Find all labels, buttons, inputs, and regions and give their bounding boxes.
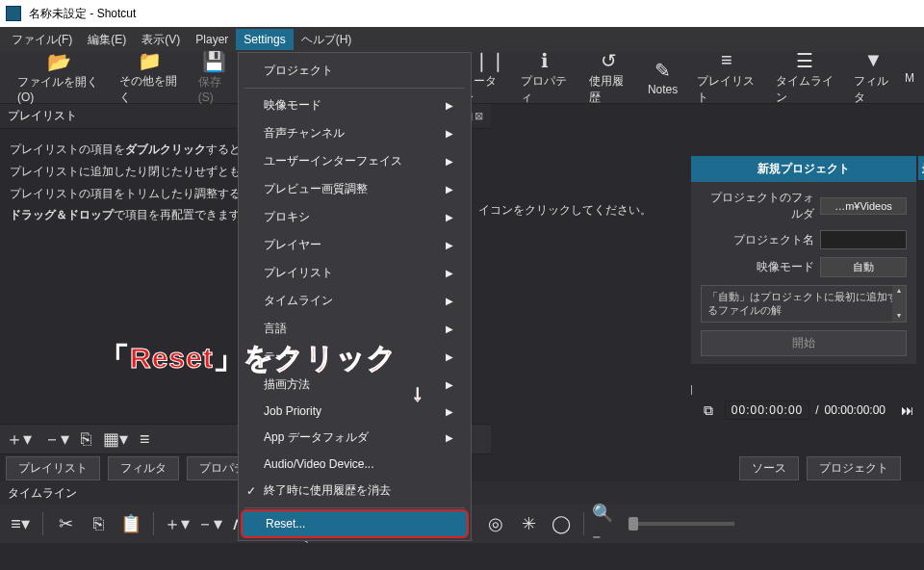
hint-tail: イコンをクリックしてください。: [478, 202, 652, 219]
submenu-arrow-icon: ▶: [446, 379, 453, 390]
timeline-menu-icon[interactable]: ≡▾: [6, 509, 35, 538]
ripple-all-icon[interactable]: ✳: [514, 509, 543, 538]
export-icon[interactable]: ⎘: [81, 429, 91, 450]
history-icon: ↺: [598, 50, 619, 71]
tool-open-other[interactable]: 📁 その他を開く: [110, 48, 188, 108]
menu-item-app-data[interactable]: App データフォルダ▶: [239, 424, 471, 452]
meter-icon: ❘❘❘: [471, 50, 492, 71]
tool-save[interactable]: 💾 保存(S): [189, 49, 241, 106]
pl-line1a: プレイリストの項目を: [10, 142, 125, 156]
tool-filter-label: フィルタ: [854, 73, 893, 106]
menu-item-proxy[interactable]: プロキシ▶: [239, 203, 471, 231]
tool-playlist-label: プレイリスト: [697, 73, 756, 106]
menu-item-job-priority[interactable]: Job Priority▶: [239, 399, 471, 424]
menu-help[interactable]: ヘルプ(H): [294, 28, 360, 52]
remove-icon[interactable]: －▾: [194, 509, 223, 538]
add-icon[interactable]: ＋▾: [6, 428, 32, 451]
start-button[interactable]: 開始: [701, 330, 907, 356]
menu-item-clear-on-exit[interactable]: 終了時に使用履歴を消去: [239, 477, 471, 505]
tool-playlist[interactable]: ≡ プレイリスト: [687, 48, 765, 108]
time-separator: /: [815, 403, 818, 417]
menu-settings[interactable]: Settings: [236, 29, 293, 50]
video-mode-label: 映像モード: [701, 259, 814, 275]
tool-open-other-label: その他を開く: [119, 73, 178, 106]
save-icon: 💾: [204, 51, 225, 72]
view-mode-icon[interactable]: ▦▾: [103, 428, 128, 450]
tab-project[interactable]: プロジェクト: [807, 456, 901, 480]
remove-icon[interactable]: －▾: [43, 428, 69, 451]
video-mode-select[interactable]: 自動: [820, 257, 907, 277]
tool-notes[interactable]: ✎ Notes: [638, 58, 687, 98]
menu-item-player[interactable]: プレイヤー▶: [239, 231, 471, 259]
folder-open-icon: 📂: [48, 51, 69, 72]
tool-filter[interactable]: ▼ フィルタ: [844, 48, 903, 108]
recent-panel-edge: 最: [918, 156, 924, 180]
list-icon: ≡: [716, 50, 737, 71]
menu-item-audio-channel[interactable]: 音声チャンネル▶: [239, 119, 471, 147]
tool-save-label: 保存(S): [198, 74, 231, 104]
copy-icon[interactable]: ⎘: [84, 509, 113, 538]
submenu-arrow-icon: ▶: [446, 351, 453, 362]
menu-item-preview-quality[interactable]: プレビュー画質調整▶: [239, 175, 471, 203]
menu-file[interactable]: ファイル(F): [4, 28, 80, 52]
menu-item-timeline[interactable]: タイムライン▶: [239, 287, 471, 315]
right-tabs: ソース プロジェクト: [739, 456, 901, 480]
player-time-area: ⧉ 00:00:00:00 / 00:00:00:00 ⏭: [691, 385, 916, 420]
submenu-arrow-icon: ▶: [446, 212, 453, 222]
left-tabs: プレイリスト フィルタ プロパティ: [6, 456, 270, 480]
tab-playlist[interactable]: プレイリスト: [6, 456, 100, 480]
submenu-arrow-icon: ▶: [446, 296, 453, 306]
zoom-out-icon[interactable]: 🔍₋: [592, 509, 621, 538]
playlist-title-text: プレイリスト: [8, 108, 77, 124]
tool-open-label: ファイルを開く(O): [17, 74, 100, 104]
tool-property-label: プロパティ: [521, 73, 570, 106]
menu-item-video-mode[interactable]: 映像モード▶: [239, 91, 471, 119]
ripple-icon[interactable]: ◎: [481, 509, 510, 538]
skip-prev-icon[interactable]: ⧉: [704, 402, 719, 418]
player-ruler[interactable]: [691, 385, 916, 395]
dock-close-icon[interactable]: ⊠: [475, 110, 483, 122]
pl-line1b: ダブルクリック: [125, 142, 206, 156]
settings-dropdown: プロジェクト 映像モード▶ 音声チャンネル▶ ユーザーインターフェイス▶ プレビ…: [238, 52, 472, 541]
tool-property[interactable]: ℹ プロパティ: [511, 48, 579, 108]
submenu-arrow-icon: ▶: [446, 240, 453, 250]
tab-filter[interactable]: フィルタ: [108, 456, 179, 480]
project-name-input[interactable]: [820, 230, 907, 249]
mode-note: 「自動」はプロジェクトに最初に追加するファイルの解 ▴▾: [701, 285, 907, 323]
ripple-markers-icon[interactable]: ◯: [547, 509, 576, 538]
submenu-arrow-icon: ▶: [446, 324, 453, 334]
tool-more[interactable]: M: [903, 69, 916, 87]
menu-item-playlist[interactable]: プレイリスト▶: [239, 259, 471, 287]
paste-icon[interactable]: 📋: [116, 509, 145, 538]
menu-item-project[interactable]: プロジェクト: [239, 57, 471, 85]
zoom-slider[interactable]: [629, 522, 734, 526]
skip-next-icon[interactable]: ⏭: [901, 402, 916, 418]
tool-timeline-label: タイムライン: [776, 73, 834, 106]
submenu-arrow-icon: ▶: [446, 432, 453, 443]
current-timecode[interactable]: 00:00:00:00: [725, 401, 809, 420]
menu-item-av-device[interactable]: Audio/Video Device...: [239, 452, 471, 477]
new-project-title: 新規プロジェクト: [691, 156, 916, 182]
tool-timeline[interactable]: ☰ タイムライン: [766, 48, 844, 108]
titlebar: 名称未設定 - Shotcut: [0, 0, 924, 27]
folder-value[interactable]: …m¥Videos: [820, 197, 907, 215]
submenu-arrow-icon: ▶: [446, 184, 453, 194]
new-project-panel: 新規プロジェクト プロジェクトのフォルダ …m¥Videos プロジェクト名 映…: [691, 156, 916, 364]
menu-item-ui[interactable]: ユーザーインターフェイス▶: [239, 147, 471, 175]
tab-source[interactable]: ソース: [739, 456, 799, 480]
tool-notes-label: Notes: [648, 83, 678, 96]
menu-player[interactable]: Player: [188, 29, 236, 50]
recent-panel-title: 最: [918, 156, 924, 180]
tool-history[interactable]: ↺ 使用履歴: [579, 48, 638, 108]
pl-line4b: で項目を再配置できます。: [114, 208, 252, 221]
pl-line4a: ドラッグ＆ドロップ: [10, 208, 114, 221]
submenu-arrow-icon: ▶: [446, 268, 453, 278]
cut-icon[interactable]: ✂: [51, 509, 80, 538]
more-icon[interactable]: ≡: [140, 429, 150, 450]
submenu-arrow-icon: ▶: [446, 156, 453, 167]
tool-open-file[interactable]: 📂 ファイルを開く(O): [8, 49, 110, 106]
append-icon[interactable]: ＋▾: [162, 509, 191, 538]
window-title: 名称未設定 - Shotcut: [29, 6, 136, 22]
menu-item-reset[interactable]: Reset...: [241, 509, 469, 538]
note-scrollbar[interactable]: ▴▾: [892, 286, 906, 322]
